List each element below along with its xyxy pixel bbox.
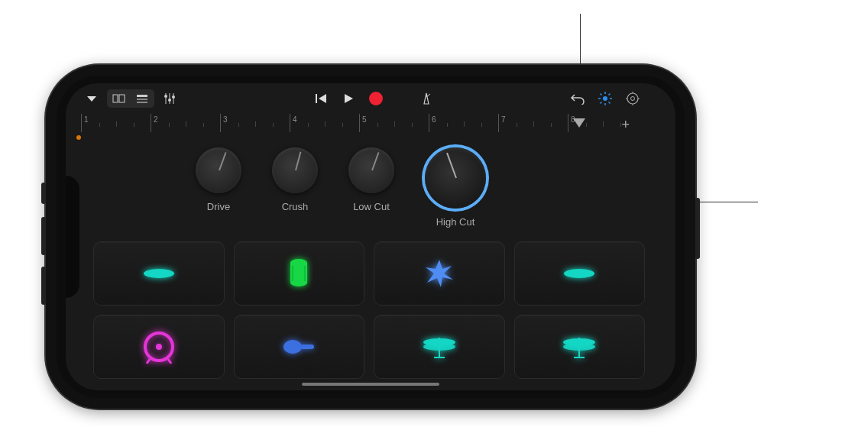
svg-line-19 bbox=[609, 102, 611, 104]
play-button[interactable] bbox=[336, 88, 361, 109]
drum-pad[interactable] bbox=[234, 241, 365, 306]
volume-down bbox=[41, 267, 46, 305]
add-section-button[interactable]: + bbox=[621, 117, 630, 133]
svg-rect-4 bbox=[137, 102, 147, 103]
mute-switch bbox=[41, 183, 46, 204]
svg-rect-1 bbox=[119, 95, 125, 102]
hihat-pad-1[interactable] bbox=[374, 315, 505, 379]
knob-label: Crush bbox=[282, 201, 309, 212]
cymbal-pad-2[interactable] bbox=[514, 241, 646, 306]
svg-point-28 bbox=[144, 269, 174, 278]
track-controls-button[interactable] bbox=[593, 88, 617, 109]
transport-toolbar bbox=[66, 83, 675, 114]
ruler-bar[interactable] bbox=[81, 114, 151, 132]
ruler-bar[interactable] bbox=[220, 114, 290, 132]
svg-line-21 bbox=[601, 102, 602, 104]
cymbal-pad[interactable] bbox=[93, 241, 225, 306]
mixer-button[interactable] bbox=[157, 88, 182, 109]
svg-line-18 bbox=[601, 94, 602, 95]
playhead-marker[interactable] bbox=[573, 118, 585, 128]
record-button[interactable] bbox=[364, 88, 388, 109]
ruler-bar[interactable] bbox=[498, 114, 568, 132]
ruler-bar[interactable] bbox=[290, 114, 359, 132]
svg-point-9 bbox=[168, 99, 171, 102]
svg-point-22 bbox=[627, 93, 638, 104]
crush-knob-unit: Crush bbox=[272, 147, 318, 228]
ruler-bar[interactable] bbox=[151, 114, 220, 132]
power-button bbox=[695, 198, 700, 259]
high-cut-knob[interactable] bbox=[425, 147, 486, 209]
kick-pad[interactable] bbox=[93, 315, 225, 379]
volume-up bbox=[41, 217, 46, 255]
ruler-bar[interactable] bbox=[429, 114, 498, 132]
svg-point-10 bbox=[172, 95, 175, 99]
record-icon bbox=[369, 92, 383, 105]
svg-rect-11 bbox=[316, 94, 317, 103]
low-cut-knob-unit: Low Cut bbox=[348, 147, 394, 228]
cells-view-button[interactable] bbox=[108, 90, 131, 107]
knob-label: High Cut bbox=[436, 216, 475, 228]
svg-rect-40 bbox=[300, 345, 314, 349]
svg-line-38 bbox=[168, 359, 171, 364]
previous-button[interactable] bbox=[309, 88, 333, 109]
phone-frame: + DriveCrushLow CutHigh Cut bbox=[46, 65, 695, 409]
notch bbox=[66, 176, 79, 298]
drum-pads-grid bbox=[66, 238, 675, 379]
svg-line-37 bbox=[147, 359, 150, 364]
svg-point-23 bbox=[631, 97, 635, 101]
svg-point-36 bbox=[156, 344, 162, 350]
svg-rect-2 bbox=[137, 95, 147, 97]
shaker-pad[interactable] bbox=[234, 315, 365, 379]
timeline-ruler[interactable]: + bbox=[73, 114, 645, 132]
list-view-button[interactable] bbox=[131, 90, 154, 107]
crush-knob[interactable] bbox=[272, 147, 318, 193]
clap-pad[interactable] bbox=[374, 241, 505, 306]
browser-menu-button[interactable] bbox=[79, 88, 104, 109]
knob-label: Low Cut bbox=[353, 201, 390, 212]
drive-knob[interactable] bbox=[196, 147, 241, 193]
low-cut-knob[interactable] bbox=[348, 147, 394, 193]
knobs-panel: DriveCrushLow CutHigh Cut bbox=[66, 132, 675, 238]
undo-button[interactable] bbox=[565, 88, 590, 109]
ruler-bar[interactable] bbox=[359, 114, 429, 132]
drive-knob-unit: Drive bbox=[196, 147, 241, 228]
settings-button[interactable] bbox=[620, 88, 645, 109]
app-screen: + DriveCrushLow CutHigh Cut bbox=[66, 83, 675, 390]
svg-line-20 bbox=[609, 94, 611, 95]
track-indicator-dot bbox=[76, 135, 81, 140]
knob-label: Drive bbox=[207, 201, 230, 212]
svg-point-39 bbox=[283, 340, 302, 354]
svg-point-13 bbox=[603, 96, 607, 101]
svg-point-34 bbox=[564, 269, 594, 278]
svg-rect-3 bbox=[137, 99, 147, 100]
svg-point-8 bbox=[164, 95, 167, 98]
hihat-pad-2[interactable] bbox=[514, 315, 646, 379]
home-indicator bbox=[302, 383, 439, 386]
metronome-button[interactable] bbox=[414, 88, 439, 109]
view-switcher bbox=[107, 89, 154, 108]
svg-rect-0 bbox=[113, 95, 118, 102]
high-cut-knob-unit: High Cut bbox=[425, 147, 486, 228]
